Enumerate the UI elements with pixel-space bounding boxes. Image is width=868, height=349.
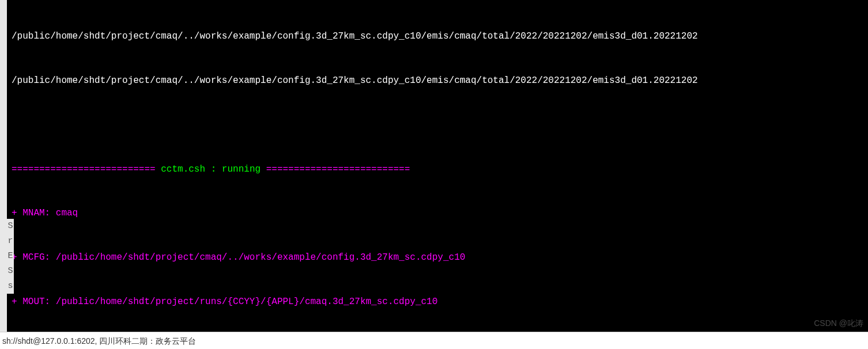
left-edge-chars: S r E S s — [7, 219, 14, 294]
mout-line: + MOUT: /public/home/shdt/project/runs/{… — [7, 295, 868, 310]
path-line-2: /public/home/shdt/project/cmaq/../works/… — [7, 74, 868, 89]
header-line: ========================== cctm.csh : ru… — [7, 162, 868, 177]
blank-line — [7, 118, 868, 133]
status-bar: sh://shdt@127.0.0.1:6202, 四川环科二期：政务云平台 — [0, 332, 868, 349]
connection-status: sh://shdt@127.0.0.1:6202, 四川环科二期：政务云平台 — [2, 336, 196, 346]
csdn-watermark: CSDN @叱涛 — [814, 317, 863, 329]
mcfg-line: + MCFG: /public/home/shdt/project/cmaq/.… — [7, 251, 868, 265]
path-line-1: /public/home/shdt/project/cmaq/../works/… — [7, 29, 868, 44]
terminal-output[interactable]: /public/home/shdt/project/cmaq/../works/… — [0, 0, 868, 332]
mnam-line: + MNAM: cmaq — [7, 206, 868, 221]
